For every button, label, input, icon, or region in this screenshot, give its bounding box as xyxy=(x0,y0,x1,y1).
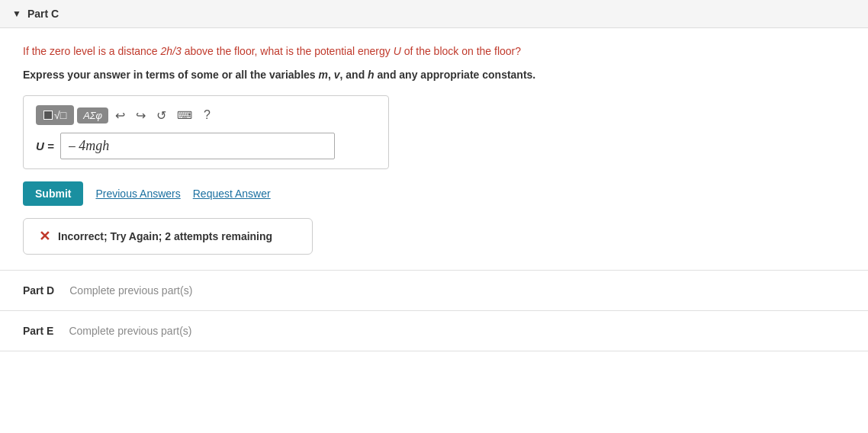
part-d-text: Complete previous part(s) xyxy=(69,284,192,297)
math-expression: 2h/3 xyxy=(161,45,182,57)
part-c-content: If the zero level is a distance 2h/3 abo… xyxy=(0,28,868,271)
var-h: h xyxy=(368,69,375,81)
part-e-label: Part E xyxy=(23,325,53,337)
equation-row: U = xyxy=(36,133,376,159)
feedback-text: Incorrect; Try Again; 2 attempts remaini… xyxy=(58,230,272,242)
equation-toolbar: √□ AΣφ ↩ ↪ ↺ ⌨ ? xyxy=(36,105,376,125)
part-c-header: ▼ Part C xyxy=(0,0,868,28)
part-e-row: Part E Complete previous part(s) xyxy=(0,311,868,351)
error-icon: ✕ xyxy=(39,228,50,245)
var-m: m xyxy=(319,69,328,81)
radical-symbol: √□ xyxy=(54,109,66,121)
action-row: Submit Previous Answers Request Answer xyxy=(23,181,845,206)
part-e-text: Complete previous part(s) xyxy=(69,325,191,337)
help-button[interactable]: ? xyxy=(199,107,215,123)
sqrt-btn-group[interactable]: √□ xyxy=(36,105,74,125)
part-d-row: Part D Complete previous part(s) xyxy=(0,271,868,311)
square-icon xyxy=(43,111,53,120)
keyboard-button[interactable]: ⌨ xyxy=(173,107,196,123)
feedback-box: ✕ Incorrect; Try Again; 2 attempts remai… xyxy=(23,218,313,255)
question-text: If the zero level is a distance 2h/3 abo… xyxy=(23,43,845,59)
submit-button[interactable]: Submit xyxy=(23,181,83,206)
math-var-u: U xyxy=(394,45,401,57)
page-wrapper: ▼ Part C If the zero level is a distance… xyxy=(0,0,868,433)
previous-answers-button[interactable]: Previous Answers xyxy=(95,188,180,200)
var-v: v xyxy=(334,69,340,81)
part-d-label: Part D xyxy=(23,284,54,297)
undo-button[interactable]: ↩ xyxy=(111,107,129,124)
abc-btn-group[interactable]: AΣφ xyxy=(77,107,108,123)
equation-input[interactable] xyxy=(60,133,335,159)
abc-button[interactable]: AΣφ xyxy=(83,110,102,121)
request-answer-button[interactable]: Request Answer xyxy=(193,188,271,200)
instruction-text: Express your answer in terms of some or … xyxy=(23,67,845,83)
equation-label: U = xyxy=(36,140,54,152)
collapse-toggle[interactable]: ▼ xyxy=(12,8,21,19)
refresh-button[interactable]: ↺ xyxy=(153,107,170,124)
sqrt-button[interactable]: √□ xyxy=(40,107,69,123)
answer-container: √□ AΣφ ↩ ↪ ↺ ⌨ ? U = xyxy=(23,95,389,169)
redo-button[interactable]: ↪ xyxy=(132,107,149,124)
part-c-label: Part C xyxy=(27,8,59,20)
